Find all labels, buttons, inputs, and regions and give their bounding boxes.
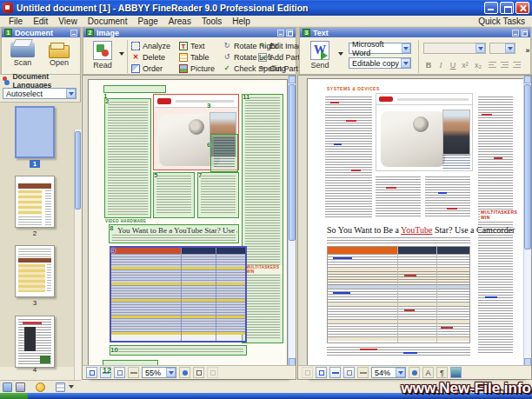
read-button[interactable]: Read bbox=[90, 41, 116, 70]
menu-areas[interactable]: Areas bbox=[163, 17, 196, 26]
picture-area-icon bbox=[179, 64, 188, 73]
actual-size-icon[interactable] bbox=[114, 367, 125, 378]
menu-help[interactable]: Help bbox=[227, 17, 256, 26]
ocr-area-headline-8[interactable]: You Want to Be a YouTube Star? Use a Cam… bbox=[109, 224, 239, 243]
page-view-icon[interactable] bbox=[3, 382, 12, 392]
order-button[interactable]: Order bbox=[131, 64, 163, 73]
options-dropdown-arrow[interactable] bbox=[69, 385, 74, 391]
panel-detach-icon[interactable] bbox=[286, 30, 293, 37]
area-marker-11: 11 bbox=[243, 93, 249, 101]
zoom-out-icon[interactable] bbox=[357, 367, 369, 378]
toolbar-overflow-button[interactable]: » bbox=[522, 45, 532, 56]
zoom-in-icon[interactable] bbox=[409, 367, 420, 378]
ocr-area-caption-6[interactable] bbox=[210, 134, 238, 172]
send-target-select[interactable]: Microsoft Word bbox=[349, 43, 411, 54]
image-panel-title: Image bbox=[96, 29, 119, 37]
scrollbar-thumb[interactable] bbox=[524, 84, 531, 249]
step-badge-2: 2 bbox=[86, 29, 94, 37]
ocr-area-table-9[interactable] bbox=[110, 246, 247, 342]
youtube-logo bbox=[157, 98, 171, 104]
read-dropdown-arrow[interactable] bbox=[117, 45, 125, 63]
menu-edit[interactable]: Edit bbox=[28, 17, 53, 26]
workspace: Document Languages Autoselect 1 2 bbox=[0, 75, 532, 380]
sidebar-scrollbar[interactable] bbox=[74, 130, 81, 395]
menu-page[interactable]: Page bbox=[132, 17, 163, 26]
scanned-page[interactable]: 1 2 3 6 bbox=[88, 79, 288, 378]
restore-icon[interactable] bbox=[500, 2, 514, 14]
image-zoom-select[interactable]: 55% bbox=[142, 367, 176, 378]
save-icon[interactable] bbox=[16, 382, 25, 392]
text-area-button[interactable]: T Text bbox=[179, 42, 205, 50]
language-select[interactable]: Autoselect bbox=[3, 88, 76, 99]
page-thumbnail-1[interactable] bbox=[15, 106, 55, 158]
send-dropdown-arrow[interactable] bbox=[336, 45, 344, 63]
panel-minimize-icon[interactable] bbox=[70, 30, 77, 37]
text-panel: 3 Text W Send Microsoft Word Editable co… bbox=[299, 27, 531, 75]
fit-page-icon[interactable] bbox=[329, 367, 341, 378]
page-thumbnail-2[interactable] bbox=[15, 176, 55, 228]
menu-tools[interactable]: Tools bbox=[196, 17, 227, 26]
panel-detach-icon[interactable] bbox=[521, 30, 528, 37]
zoom-in-icon[interactable] bbox=[179, 367, 190, 378]
recognized-page[interactable]: SYSTEMS & DEVICES bbox=[307, 78, 524, 378]
table-area-icon bbox=[179, 53, 188, 62]
panel-minimize-icon[interactable] bbox=[512, 30, 519, 37]
thumbnail-options-icon[interactable] bbox=[56, 382, 65, 392]
rotate-left-icon: ↺ bbox=[223, 53, 231, 62]
page-thumbnail-4[interactable] bbox=[15, 316, 55, 368]
read-page-icon bbox=[93, 41, 112, 60]
text-panel-title: Text bbox=[313, 29, 329, 37]
recognized-picture bbox=[376, 93, 473, 171]
picture-area-button[interactable]: Picture bbox=[179, 64, 215, 73]
font-properties-button[interactable]: A bbox=[422, 367, 434, 378]
selection-frame-icon[interactable] bbox=[193, 367, 204, 378]
image-pane-footer: 55% bbox=[83, 365, 296, 379]
image-view-pane: 1 2 3 6 bbox=[82, 75, 296, 380]
export-mode-select[interactable]: Editable copy bbox=[349, 57, 411, 69]
align-center-icon bbox=[500, 60, 510, 70]
previous-page-icon bbox=[302, 367, 313, 378]
scroll-up-arrow[interactable] bbox=[289, 76, 296, 83]
close-icon[interactable] bbox=[515, 2, 529, 14]
scrollbar-thumb[interactable] bbox=[75, 131, 81, 209]
font-family-select bbox=[423, 43, 486, 54]
ocr-area-text-2[interactable] bbox=[104, 98, 151, 218]
page-number-2: 2 bbox=[15, 229, 55, 237]
ocr-area-header[interactable] bbox=[103, 85, 166, 93]
open-button[interactable]: Open bbox=[43, 42, 75, 67]
text-zoom-select[interactable]: 54% bbox=[371, 367, 406, 378]
scan-button[interactable]: Scan bbox=[7, 42, 38, 67]
window-title: Untitled document [1] - ABBYY FineReader… bbox=[17, 3, 484, 13]
zoom-out-icon[interactable] bbox=[128, 367, 139, 378]
send-button[interactable]: W Send bbox=[307, 41, 333, 70]
panel-minimize-icon[interactable] bbox=[277, 30, 284, 37]
menu-document[interactable]: Document bbox=[83, 17, 133, 26]
scroll-up-arrow[interactable] bbox=[524, 76, 531, 83]
ocr-area-note-10[interactable] bbox=[110, 345, 247, 356]
cut-part-button[interactable]: ✂ Cut Part bbox=[258, 64, 298, 73]
fit-width-icon[interactable] bbox=[86, 367, 97, 378]
actual-size-icon[interactable] bbox=[343, 367, 355, 378]
menu-view[interactable]: View bbox=[53, 17, 83, 26]
page-thumbnail-3[interactable] bbox=[15, 245, 55, 297]
text-properties-icon[interactable] bbox=[450, 367, 462, 378]
document-languages-header: Document Languages bbox=[0, 75, 80, 86]
delete-button[interactable]: ✕ Delete bbox=[131, 53, 165, 62]
menu-file[interactable]: File bbox=[3, 17, 28, 26]
ocr-area-text-5[interactable] bbox=[153, 172, 195, 218]
quick-tasks-button[interactable]: Quick Tasks bbox=[478, 17, 529, 26]
image-pane-scrollbar[interactable] bbox=[288, 76, 296, 366]
chevron-down-icon bbox=[475, 43, 485, 53]
scrollbar-thumb[interactable] bbox=[289, 84, 296, 241]
add-part-button[interactable]: + Add Part bbox=[258, 53, 300, 62]
ocr-text-column-2 bbox=[376, 176, 421, 218]
help-icon[interactable] bbox=[36, 382, 45, 392]
formatting-marks-button[interactable]: ¶ bbox=[436, 367, 448, 378]
analyze-button[interactable]: Analyze bbox=[131, 42, 170, 50]
fit-width-icon[interactable] bbox=[316, 367, 327, 378]
ocr-area-text-7[interactable] bbox=[197, 172, 239, 218]
minimize-icon[interactable] bbox=[484, 2, 498, 14]
table-area-button[interactable]: Table bbox=[179, 53, 209, 62]
ocr-area-text-11[interactable]: MULTITASKERS WIN bbox=[242, 94, 283, 343]
text-pane-scrollbar[interactable] bbox=[523, 76, 531, 366]
